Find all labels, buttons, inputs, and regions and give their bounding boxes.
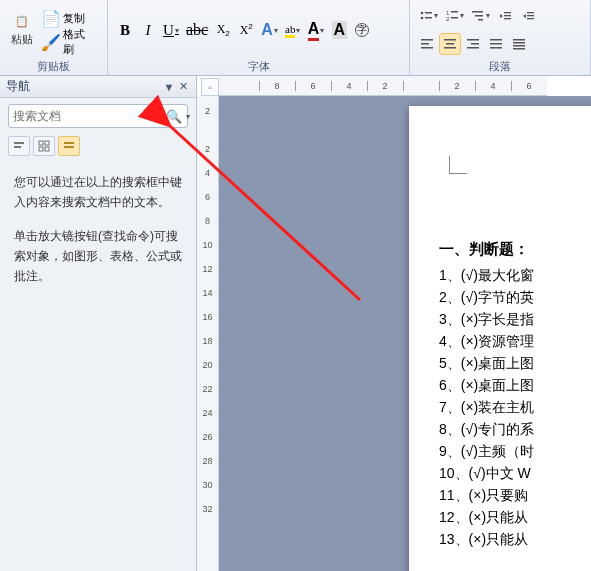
svg-rect-11 <box>504 12 511 13</box>
superscript-button[interactable]: X2 <box>235 19 257 41</box>
svg-rect-33 <box>14 142 24 144</box>
svg-rect-8 <box>472 11 483 13</box>
doc-line: 9、(√)主频（时 <box>439 440 591 462</box>
svg-rect-19 <box>421 47 433 49</box>
svg-rect-15 <box>527 15 534 16</box>
results-icon <box>63 140 75 152</box>
ruler-tick: 4 <box>475 81 511 91</box>
strike-button[interactable]: abc <box>183 19 211 41</box>
svg-rect-12 <box>504 15 511 16</box>
workspace: 导航 ▼ ✕ 🔍 ▾ 您可以通过在以上的搜索框中键入内容来搜索文档中的文本。 单… <box>0 76 591 571</box>
page-viewport[interactable]: 一、判断题： 1、(√)最大化窗2、(√)字节的英3、(×)字长是指4、(×)资… <box>219 96 591 571</box>
ruler-tick: 6 <box>511 81 547 91</box>
indent-inc-button[interactable] <box>517 5 539 27</box>
paste-icon: 📋 <box>14 14 30 30</box>
svg-rect-39 <box>64 142 74 144</box>
svg-rect-1 <box>425 12 432 14</box>
ruler-tick: 2 <box>439 81 475 91</box>
svg-text:2: 2 <box>446 16 450 22</box>
copy-button[interactable]: 📄 复制 <box>40 7 96 29</box>
svg-rect-10 <box>478 19 483 21</box>
format-label: 格式刷 <box>63 27 93 57</box>
paste-label: 粘贴 <box>11 32 33 47</box>
vertical-ruler[interactable]: 22468101214161820222426283032 <box>197 96 219 571</box>
horizontal-ruler[interactable]: 8642246 <box>219 76 547 96</box>
search-icon[interactable]: 🔍 <box>163 109 185 124</box>
svg-rect-18 <box>421 43 429 45</box>
search-input[interactable] <box>13 109 163 123</box>
ruler-tick: 12 <box>202 264 212 274</box>
ruler-tick: 32 <box>202 504 212 514</box>
ruler-tick: 18 <box>202 336 212 346</box>
paste-button[interactable]: 📋 粘贴 <box>6 11 38 50</box>
doc-line: 7、(×)装在主机 <box>439 396 591 418</box>
numbering-button[interactable]: 12▾ <box>442 5 467 27</box>
enclose-char-button[interactable]: 字 <box>351 19 373 41</box>
indent-dec-button[interactable] <box>494 5 516 27</box>
doc-line: 6、(×)桌面上图 <box>439 374 591 396</box>
doc-line: 1、(√)最大化窗 <box>439 264 591 286</box>
page: 一、判断题： 1、(√)最大化窗2、(√)字节的英3、(×)字长是指4、(×)资… <box>409 106 591 571</box>
nav-tab-pages[interactable] <box>33 136 55 156</box>
ruler-tick: 14 <box>202 288 212 298</box>
doc-line: 11、(×)只要购 <box>439 484 591 506</box>
font-color-button[interactable]: A▾ <box>305 19 328 41</box>
doc-line: 10、(√)中文 W <box>439 462 591 484</box>
bold-button[interactable]: B <box>114 19 136 41</box>
doc-heading: 一、判断题： <box>439 238 591 260</box>
ruler-tick: 16 <box>202 312 212 322</box>
highlight-button[interactable]: ab▾ <box>282 19 304 41</box>
subscript-button[interactable]: X2 <box>212 19 234 41</box>
copy-label: 复制 <box>63 11 85 26</box>
align-justify-button[interactable] <box>485 33 507 55</box>
svg-rect-29 <box>513 39 525 41</box>
search-dropdown-icon[interactable]: ▾ <box>186 112 190 121</box>
bullets-button[interactable]: ▾ <box>416 5 441 27</box>
doc-line: 13、(×)只能从 <box>439 528 591 550</box>
doc-line: 2、(√)字节的英 <box>439 286 591 308</box>
svg-rect-40 <box>64 146 74 148</box>
nav-close-icon[interactable]: ✕ <box>176 80 190 93</box>
ruler-tick <box>403 81 439 91</box>
align-center-button[interactable] <box>439 33 461 55</box>
ruler-tick: 10 <box>202 240 212 250</box>
svg-rect-32 <box>513 48 525 50</box>
ruler-tick: 6 <box>205 192 210 202</box>
svg-rect-37 <box>39 147 43 151</box>
align-distribute-button[interactable] <box>508 33 530 55</box>
ruler-tick: 28 <box>202 456 212 466</box>
italic-button[interactable]: I <box>137 19 159 41</box>
svg-rect-5 <box>451 11 458 13</box>
print-layout-toggle[interactable]: ▫ <box>201 78 219 96</box>
svg-point-0 <box>421 11 424 14</box>
nav-help: 您可以通过在以上的搜索框中键入内容来搜索文档中的文本。 单击放大镜按钮(查找命令… <box>0 162 196 310</box>
pages-icon <box>38 140 50 152</box>
align-left-button[interactable] <box>416 33 438 55</box>
svg-rect-34 <box>14 146 21 148</box>
char-shading-button[interactable]: A <box>328 19 350 41</box>
nav-tab-headings[interactable] <box>8 136 30 156</box>
nav-dropdown-icon[interactable]: ▼ <box>162 81 176 93</box>
page-content: 一、判断题： 1、(√)最大化窗2、(√)字节的英3、(×)字长是指4、(×)资… <box>439 176 591 550</box>
text-effects-button[interactable]: A▾ <box>258 19 281 41</box>
svg-rect-13 <box>504 18 511 19</box>
multilevel-button[interactable]: ▾ <box>468 5 493 27</box>
ruler-tick: 2 <box>367 81 403 91</box>
underline-button[interactable]: U▾ <box>160 19 182 41</box>
format-painter-button[interactable]: 🖌️ 格式刷 <box>40 31 96 53</box>
svg-rect-7 <box>451 17 458 19</box>
ruler-tick: 2 <box>205 106 210 116</box>
align-right-button[interactable] <box>462 33 484 55</box>
doc-line: 8、(√)专门的系 <box>439 418 591 440</box>
ruler-tick: 6 <box>295 81 331 91</box>
ribbon-group-paragraph: ▾ 12▾ ▾ 段落 <box>410 0 591 75</box>
margin-corner <box>449 156 467 174</box>
ribbon: 📋 粘贴 📄 复制 🖌️ 格式刷 剪贴板 B I U▾ abc <box>0 0 591 76</box>
nav-tab-results[interactable] <box>58 136 80 156</box>
ruler-tick: 24 <box>202 408 212 418</box>
svg-rect-17 <box>421 39 433 41</box>
group-label-font: 字体 <box>114 58 403 74</box>
doc-line: 5、(×)桌面上图 <box>439 352 591 374</box>
svg-rect-26 <box>490 39 502 41</box>
svg-rect-25 <box>467 47 479 49</box>
